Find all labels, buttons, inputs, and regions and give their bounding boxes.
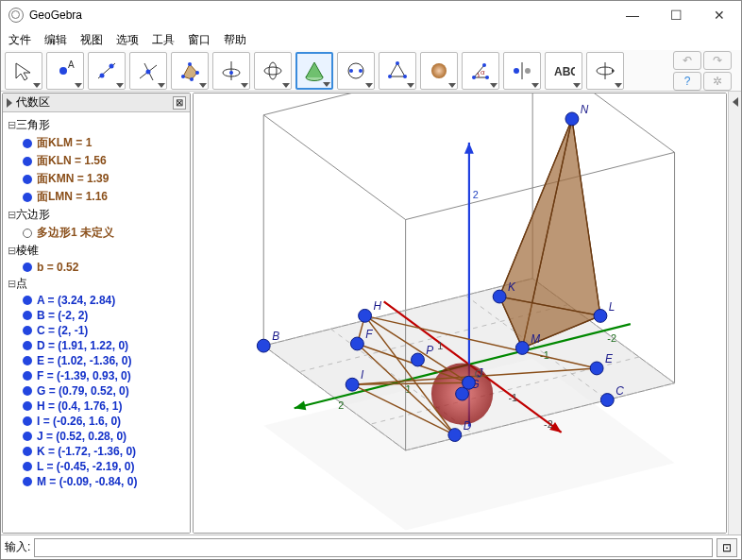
tool-perpendicular[interactable] — [129, 52, 167, 90]
tool-sphere[interactable] — [337, 52, 375, 90]
tree-item[interactable]: 面KMN = 1.39 — [5, 170, 188, 188]
help-button[interactable]: ? — [673, 72, 701, 91]
svg-point-102 — [359, 309, 372, 322]
svg-point-21 — [388, 75, 392, 78]
tree-item[interactable]: 多边形1 未定义 — [5, 224, 188, 242]
visibility-bullet-icon[interactable] — [23, 326, 32, 335]
menu-tools[interactable]: 工具 — [146, 30, 180, 50]
menubar: 文件 编辑 视图 选项 工具 窗口 帮助 — [1, 29, 741, 50]
menu-help[interactable]: 帮助 — [218, 30, 252, 50]
visibility-bullet-icon[interactable] — [23, 341, 32, 350]
visibility-bullet-icon[interactable] — [23, 139, 32, 148]
algebra-close-icon[interactable]: ⊠ — [173, 96, 186, 110]
settings-button[interactable]: ✲ — [703, 72, 732, 91]
tree-item[interactable]: F = (-1.39, 0.93, 0) — [5, 368, 188, 383]
visibility-bullet-icon[interactable] — [23, 462, 32, 471]
tool-circle-axis[interactable] — [212, 52, 250, 90]
tree-item-label: 面KLN = 1.56 — [37, 153, 107, 169]
visibility-bullet-icon[interactable] — [23, 296, 32, 305]
tree-item-label: I = (-0.26, 1.6, 0) — [37, 415, 121, 428]
svg-text:-2: -2 — [607, 332, 616, 344]
visibility-bullet-icon[interactable] — [23, 447, 32, 456]
tool-text[interactable]: ABC — [545, 52, 582, 90]
visibility-bullet-icon[interactable] — [23, 401, 32, 411]
svg-line-41 — [532, 93, 674, 152]
visibility-bullet-icon[interactable] — [23, 386, 32, 396]
tree-item[interactable]: A = (3.24, 2.84) — [5, 293, 188, 308]
tree-item[interactable]: G = (0.79, 0.52, 0) — [5, 383, 188, 399]
visibility-bullet-icon[interactable] — [23, 432, 32, 441]
right-sidebar-collapsed[interactable] — [728, 92, 741, 535]
visibility-bullet-icon[interactable] — [23, 356, 32, 365]
redo-button[interactable]: ↷ — [703, 51, 732, 70]
tool-cone[interactable] — [295, 52, 333, 90]
view3d-canvas[interactable]: -1-2112-1-22BCDEFGHIJKLMNPO — [194, 93, 726, 533]
tree-item[interactable]: J = (0.52, 0.28, 0) — [5, 429, 188, 444]
visibility-bullet-icon[interactable] — [23, 175, 32, 184]
tree-item[interactable]: K = (-1.72, -1.36, 0) — [5, 444, 188, 459]
tree-item-label: K = (-1.72, -1.36, 0) — [37, 445, 136, 458]
close-button[interactable]: ✕ — [698, 1, 741, 29]
tree-item[interactable]: 面LMN = 1.16 — [5, 188, 188, 206]
undo-button[interactable]: ↶ — [673, 51, 701, 70]
tree-item[interactable]: B = (-2, 2) — [5, 308, 188, 323]
visibility-bullet-icon[interactable] — [23, 229, 32, 238]
tree-item[interactable]: L = (-0.45, -2.19, 0) — [5, 459, 188, 474]
svg-point-7 — [146, 69, 151, 74]
visibility-bullet-icon[interactable] — [23, 416, 32, 426]
tool-reflect[interactable] — [503, 52, 541, 90]
svg-point-106 — [463, 376, 476, 389]
tool-angle[interactable]: α — [462, 52, 499, 90]
symbol-picker-button[interactable]: ⊡ — [717, 538, 737, 557]
toolbar: A α ABC ↶ ↷ ? ✲ — [1, 50, 741, 92]
svg-point-9 — [188, 62, 192, 66]
visibility-bullet-icon[interactable] — [23, 263, 32, 272]
tree-item[interactable]: E = (1.02, -1.36, 0) — [5, 353, 188, 368]
tree-category[interactable]: ⊟三角形 — [5, 116, 188, 134]
tool-move[interactable] — [5, 52, 42, 90]
svg-text:2: 2 — [473, 189, 479, 200]
algebra-panel: 代数区 ⊠ ⊟三角形面KLM = 1面KLN = 1.56面KMN = 1.39… — [2, 93, 191, 534]
tree-category[interactable]: ⊟六边形 — [5, 206, 188, 224]
tree-item[interactable]: I = (-0.26, 1.6, 0) — [5, 414, 188, 429]
tree-item[interactable]: H = (0.4, 1.76, 1) — [5, 399, 188, 414]
tool-polygon[interactable] — [171, 52, 209, 90]
menu-edit[interactable]: 编辑 — [39, 30, 73, 50]
minimize-button[interactable]: — — [611, 1, 654, 29]
menu-window[interactable]: 窗口 — [182, 30, 216, 50]
tree-item[interactable]: D = (1.91, 1.22, 0) — [5, 338, 188, 353]
menu-view[interactable]: 视图 — [75, 30, 109, 50]
tree-item[interactable]: 面KLN = 1.56 — [5, 152, 188, 170]
tool-point[interactable]: A — [46, 52, 84, 90]
tree-category[interactable]: ⊟点 — [5, 275, 188, 293]
menu-file[interactable]: 文件 — [3, 30, 37, 50]
tool-intersect-curves[interactable] — [254, 52, 292, 90]
algebra-header[interactable]: 代数区 ⊠ — [3, 93, 190, 112]
algebra-tree[interactable]: ⊟三角形面KLM = 1面KLN = 1.56面KMN = 1.39面LMN =… — [3, 112, 190, 533]
maximize-button[interactable]: ☐ — [654, 1, 698, 29]
visibility-bullet-icon[interactable] — [23, 477, 32, 486]
tree-item-label: L = (-0.45, -2.19, 0) — [37, 460, 135, 473]
visibility-bullet-icon[interactable] — [23, 311, 32, 320]
expand-icon — [7, 98, 12, 108]
tool-rotate-view[interactable] — [586, 52, 624, 90]
tree-item[interactable]: M = (-0.09, -0.84, 0) — [5, 474, 188, 489]
svg-point-110 — [594, 310, 607, 323]
svg-point-112 — [515, 342, 529, 355]
command-input[interactable] — [34, 538, 713, 557]
tool-line[interactable] — [88, 52, 126, 90]
svg-point-20 — [359, 69, 363, 73]
visibility-bullet-icon[interactable] — [23, 371, 32, 381]
visibility-bullet-icon[interactable] — [23, 193, 32, 202]
tree-item[interactable]: b = 0.52 — [5, 260, 188, 275]
tree-item[interactable]: 面KLM = 1 — [5, 134, 188, 152]
svg-point-0 — [59, 67, 67, 75]
tool-sphere-shaded[interactable] — [420, 52, 458, 90]
svg-text:B: B — [272, 330, 279, 343]
tree-category[interactable]: ⊟棱锥 — [5, 242, 188, 260]
visibility-bullet-icon[interactable] — [23, 157, 32, 166]
tool-plane-3points[interactable] — [379, 52, 416, 90]
tree-item-label: B = (-2, 2) — [37, 309, 88, 322]
menu-options[interactable]: 选项 — [110, 30, 144, 50]
tree-item[interactable]: C = (2, -1) — [5, 323, 188, 338]
